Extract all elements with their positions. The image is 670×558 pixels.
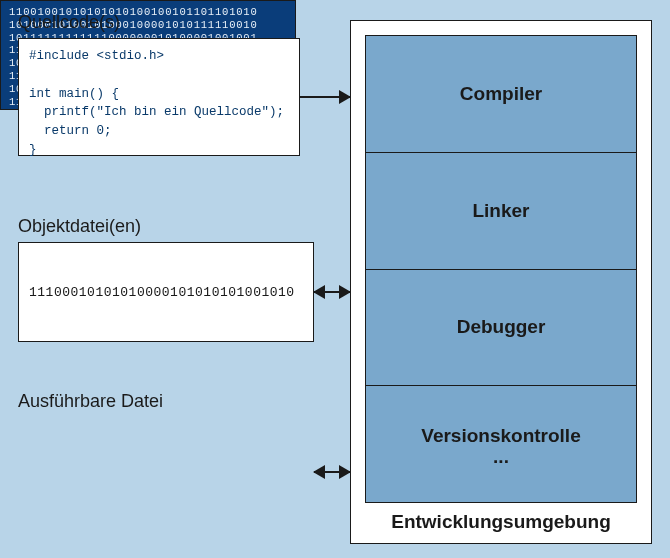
ide-box: Compiler Linker Debugger Versionskontrol…	[350, 20, 652, 544]
object-bits: 11100010101010000101010101001010	[29, 285, 295, 300]
ide-version-label: Versionskontrolle	[421, 425, 580, 447]
ide-more: ...	[493, 449, 509, 464]
ide-debugger: Debugger	[366, 270, 636, 387]
ide-compiler-label: Compiler	[460, 83, 542, 105]
source-code-label: Quellcode(s)	[18, 12, 120, 33]
ide-version-control: Versionskontrolle ...	[366, 386, 636, 502]
ide-compiler: Compiler	[366, 36, 636, 153]
object-file-label: Objektdatei(en)	[18, 216, 141, 237]
ide-debugger-label: Debugger	[457, 316, 546, 338]
ide-linker: Linker	[366, 153, 636, 270]
source-code-box: #include <stdio.h> int main() { printf("…	[18, 38, 300, 156]
executable-label: Ausführbare Datei	[18, 391, 163, 412]
arrow-source-to-ide	[300, 96, 350, 98]
arrow-exec-bidir	[314, 471, 350, 473]
ide-label: Entwicklungsumgebung	[365, 503, 637, 533]
object-file-box: 11100010101010000101010101001010	[18, 242, 314, 342]
arrow-object-bidir	[314, 291, 350, 293]
ide-components: Compiler Linker Debugger Versionskontrol…	[365, 35, 637, 503]
ide-linker-label: Linker	[472, 200, 529, 222]
